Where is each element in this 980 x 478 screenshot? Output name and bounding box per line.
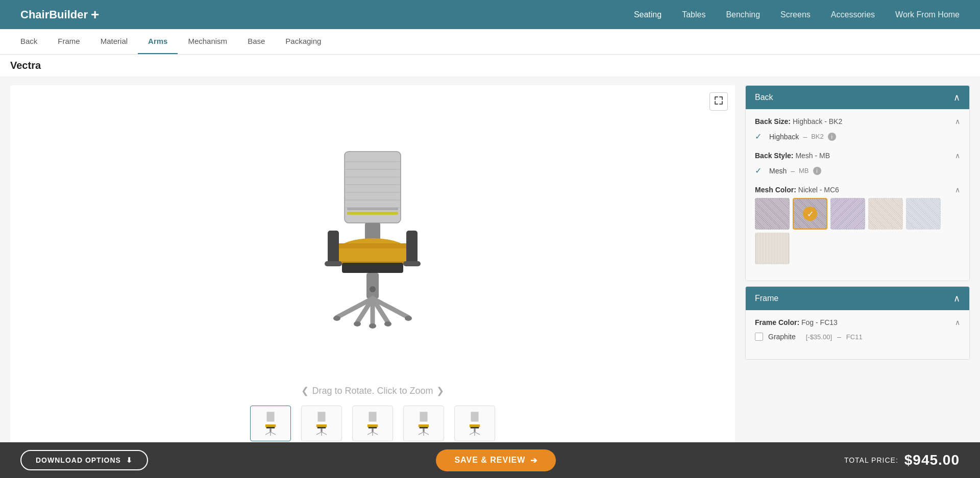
bottom-bar: DOWNLOAD OPTIONS ⬇ SAVE & REVIEW ➔ TOTAL… xyxy=(0,442,980,465)
back-size-label-key: Back Size: Highback - BK2 xyxy=(755,117,842,125)
svg-rect-54 xyxy=(419,424,429,427)
swatch-mc4[interactable] xyxy=(868,198,903,230)
mesh-color-swatches: ✓ xyxy=(755,198,960,264)
frame-color-label-key: Frame Color: Fog - FC13 xyxy=(755,318,838,326)
svg-rect-18 xyxy=(406,231,418,264)
frame-color-row: Frame Color: Fog - FC13 ∧ Graphite [-$35… xyxy=(755,318,960,343)
swatch-mc6[interactable]: ✓ xyxy=(793,198,827,230)
download-options-label: DOWNLOAD OPTIONS xyxy=(36,456,121,464)
subnav-base[interactable]: Base xyxy=(237,29,275,54)
svg-rect-20 xyxy=(366,273,379,298)
total-price-label: TOTAL PRICE: xyxy=(844,456,898,464)
frame-color-option: Graphite [-$35.00] – FC11 xyxy=(755,331,960,343)
svg-rect-33 xyxy=(265,424,276,427)
subnav-packaging[interactable]: Packaging xyxy=(275,29,331,54)
header: ChairBuilder+ Seating Tables Benching Sc… xyxy=(0,0,980,29)
svg-point-28 xyxy=(354,321,361,326)
nav-accessories[interactable]: Accessories xyxy=(831,10,875,19)
back-section-header[interactable]: Back ∧ xyxy=(746,86,969,109)
back-size-option: ✓ Highback – BK2 i xyxy=(755,130,960,143)
thumbnails xyxy=(240,400,505,446)
thumbnail-2[interactable] xyxy=(301,406,342,441)
back-style-label-key: Back Style: Mesh - MB xyxy=(755,152,830,160)
back-chevron-icon: ∧ xyxy=(953,92,960,103)
subnav-back[interactable]: Back xyxy=(10,29,47,54)
frame-graphite-code: FC11 xyxy=(846,333,863,341)
swatch-mc7[interactable] xyxy=(755,233,790,264)
back-size-info-icon[interactable]: i xyxy=(828,133,836,141)
back-style-option: ✓ Mesh – MB i xyxy=(755,164,960,178)
download-icon: ⬇ xyxy=(126,456,133,464)
swatch-selected-icon: ✓ xyxy=(803,207,817,221)
svg-rect-56 xyxy=(423,428,424,432)
main-content: ❮ Drag to Rotate. Click to Zoom ❯ xyxy=(0,77,980,465)
frame-graphite-checkbox[interactable] xyxy=(755,333,763,341)
svg-rect-39 xyxy=(317,412,325,421)
subnav-mechanism[interactable]: Mechanism xyxy=(178,29,237,54)
config-panel: Back ∧ Back Size: Highback - BK2 ∧ xyxy=(745,85,970,457)
chair-illustration xyxy=(301,136,444,340)
swatch-mc1[interactable] xyxy=(755,198,790,230)
svg-line-58 xyxy=(424,432,429,434)
nav-seating[interactable]: Seating xyxy=(634,10,662,19)
swatch-mc3[interactable] xyxy=(830,198,865,230)
svg-rect-53 xyxy=(420,412,427,421)
thumbnail-4[interactable] xyxy=(403,406,444,441)
svg-rect-49 xyxy=(372,428,373,432)
svg-line-43 xyxy=(316,432,322,434)
subnav-material[interactable]: Material xyxy=(90,29,138,54)
svg-line-37 xyxy=(271,432,276,434)
svg-rect-41 xyxy=(317,427,326,429)
svg-rect-48 xyxy=(369,427,377,429)
thumbnail-chair-1 xyxy=(255,410,286,438)
rotate-hint: ❮ Drag to Rotate. Click to Zoom ❯ xyxy=(301,381,444,400)
back-section-body: Back Size: Highback - BK2 ∧ ✓ Highback –… xyxy=(746,109,969,281)
swatch-mc5[interactable] xyxy=(906,198,941,230)
save-review-button[interactable]: SAVE & REVIEW ➔ xyxy=(436,449,556,465)
expand-icon xyxy=(714,96,723,105)
mesh-color-label-row: Mesh Color: Nickel - MC6 ∧ xyxy=(755,186,960,194)
nav-tables[interactable]: Tables xyxy=(682,10,705,19)
back-style-chevron-icon[interactable]: ∧ xyxy=(955,152,960,160)
subnav-frame[interactable]: Frame xyxy=(47,29,90,54)
logo-text: ChairBuilder xyxy=(20,8,88,21)
nav-benching[interactable]: Benching xyxy=(726,10,760,19)
save-review-label: SAVE & REVIEW xyxy=(454,456,525,465)
nav-screens[interactable]: Screens xyxy=(780,10,811,19)
svg-rect-9 xyxy=(347,208,398,210)
mesh-color-chevron-icon[interactable]: ∧ xyxy=(955,186,960,194)
back-style-checkmark-icon: ✓ xyxy=(755,166,765,175)
frame-color-chevron-icon[interactable]: ∧ xyxy=(955,318,960,326)
svg-rect-13 xyxy=(334,243,411,248)
svg-line-64 xyxy=(470,432,475,434)
svg-rect-15 xyxy=(342,263,403,273)
thumbnail-5[interactable] xyxy=(454,406,495,441)
total-price-area: TOTAL PRICE: $945.00 xyxy=(844,452,960,465)
frame-section-title: Frame xyxy=(755,294,778,303)
frame-section: Frame ∧ Frame Color: Fog - FC13 ∧ xyxy=(745,286,970,360)
expand-button[interactable] xyxy=(709,92,728,111)
svg-rect-63 xyxy=(474,428,475,432)
svg-point-31 xyxy=(405,316,412,321)
frame-color-label-row: Frame Color: Fog - FC13 ∧ xyxy=(755,318,960,326)
back-style-option-label: Mesh xyxy=(769,167,787,175)
svg-rect-19 xyxy=(403,261,421,266)
back-size-chevron-icon[interactable]: ∧ xyxy=(955,117,960,125)
back-section-title: Back xyxy=(755,93,773,102)
subnav-arms[interactable]: Arms xyxy=(138,29,178,54)
back-style-info-icon[interactable]: i xyxy=(813,167,821,175)
product-name: Vectra xyxy=(10,60,41,71)
svg-line-50 xyxy=(368,432,373,434)
svg-line-44 xyxy=(322,432,327,434)
main-nav: Seating Tables Benching Screens Accessor… xyxy=(634,10,960,19)
svg-point-27 xyxy=(333,316,340,321)
back-size-label-row: Back Size: Highback - BK2 ∧ xyxy=(755,117,960,125)
svg-rect-61 xyxy=(470,424,480,427)
frame-section-header[interactable]: Frame ∧ xyxy=(746,287,969,310)
thumbnail-1[interactable] xyxy=(250,406,291,441)
back-size-row: Back Size: Highback - BK2 ∧ ✓ Highback –… xyxy=(755,117,960,143)
nav-work-from-home[interactable]: Work From Home xyxy=(895,10,960,19)
download-options-button[interactable]: DOWNLOAD OPTIONS ⬇ xyxy=(20,450,148,465)
thumbnail-3[interactable] xyxy=(352,406,393,441)
chevron-right-icon: ❯ xyxy=(436,385,444,396)
